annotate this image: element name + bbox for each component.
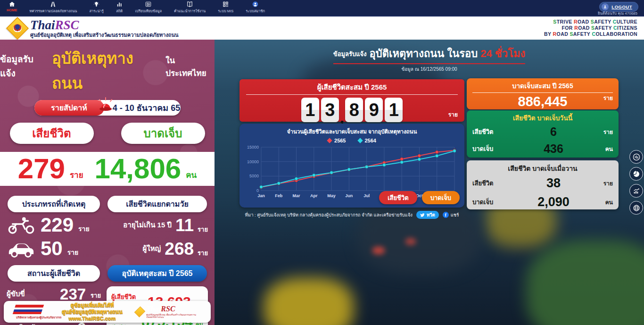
globe-icon [633,204,640,212]
counter-digit: 1 [385,98,403,122]
nav-item-statistics[interactable]: สถิติ [116,1,123,14]
twitter-share-button[interactable]: ทวีต [416,211,439,219]
deaths-tab-button[interactable]: เสียชีวิต [10,123,94,144]
nav-item-label: ระบบสมาชิก [246,8,265,14]
cumulative-line-chart-card: จำนวนผู้เสียชีวิตและบาดเจ็บสะสม จากอุบัต… [239,124,464,208]
age-under15-unit: ราย [198,225,208,234]
legend-label: 2564 [365,138,376,143]
yesterday-deaths-label: เสียชีวิต [472,178,513,188]
nav-item-label: ทศวรรษความปลอดภัยทางถนน [30,8,77,14]
yesterday-stats-title: เสียชีวิต บาดเจ็บเมื่อวาน [467,160,619,174]
age-adult-value: 268 [165,240,194,258]
chart-deaths-button[interactable]: เสียชีวิต [379,191,417,204]
road-icon [50,1,57,8]
counter-digit: 3 [321,98,339,122]
weekly-title: ข้อมูลรับแจ้ง อุบัติเหตุทางถนน ในประเทศไ… [0,40,215,96]
thairsc-diamond-icon [6,17,29,39]
top-navbar: HOME ทศวรรษความปลอดภัยทางถนน สาระน่ารู้ … [0,0,644,16]
main-title-prefix: ข้อมูลรับแจ้ง [333,50,367,58]
tail-light-blob [372,247,385,254]
table-row: บาดเจ็บ 436 คน [467,140,619,157]
pie-chart-widget-button[interactable] [629,167,643,181]
driver-label: ผู้ขับขี่ [7,288,60,300]
nav-item-user-guide[interactable]: คำแนะนำการใช้งาน [174,1,206,14]
vehicle-type-header: ประเภทรถที่เกิดเหตุ [8,196,100,212]
slogan-line-2: FOR ROAD SAFETY CITIZENS [544,25,637,31]
chart-legend: 25652564 [239,138,464,143]
car-deaths-value: 50 [41,239,63,258]
chart-injuries-button[interactable]: บาดเจ็บ [422,191,460,204]
nav-item-label: สถิติ [116,8,123,14]
trend-chart-widget-button[interactable] [629,184,643,198]
rvp-company-logo[interactable]: R บริษัทกลางคุ้มครองผู้ประสบภัยจากรถ [14,304,48,320]
vehicle-column: 229 ราย 50 ราย [7,213,101,260]
mini-brand-caption: ศูนย์ข้อมูลอุบัติเหตุ เพื่อเสริมสร้างวัฒ… [146,314,200,318]
car-deaths-unit: ราย [67,247,79,258]
weekly-totals-strip: 279 ราย 14,806 คน [0,152,215,186]
victim-status-header: สถานะผู้เสียชีวิต [8,265,100,282]
divider [472,92,613,93]
injuries-cumulative-value: 886,445 [467,94,619,109]
nav-item-label: เปรียบเทียบข้อมูล [135,8,162,14]
svg-text:Feb: Feb [275,193,283,198]
today-deaths-unit: ราย [594,127,613,136]
mini-brand-name: ThaiRSC [146,305,200,313]
nav-item-mis-system[interactable]: ระบบ MIS [218,1,233,14]
deaths-cumulative-unit: ราย [448,110,458,119]
compare-icon [145,1,152,8]
taxi-blob [264,278,354,325]
globe-widget-button[interactable] [629,201,643,215]
share-label: แชร์ [451,211,459,218]
welcome-user-text: ยินดีต้อนรับ คุณ 470685 [598,10,637,17]
main-title-text: อุบัติเหตุทางถนน ในรอบ [370,48,478,59]
thairsc-logo[interactable]: ThaiRSC ศูนย์ข้อมูลอุบัติเหตุ เพื่อเสริม… [7,19,178,38]
tail-light-blob [405,238,416,245]
table-row: บาดเจ็บ 2,090 คน [467,192,619,211]
thairsc-diamond-icon [134,306,145,317]
nav-item-decade-road-safety[interactable]: ทศวรรษความปลอดภัยทางถนน [30,1,77,14]
cumulative-2565-header: อุบัติเหตุสะสม ปี 2565 [107,265,207,282]
svg-text:May: May [327,193,336,198]
age-column: อายุไม่เกิน 15 ปี 11 ราย ผู้ใหญ่ 268 ราย [107,213,208,260]
brand-rsc: RSC [55,18,79,32]
nav-item-knowledge[interactable]: สาระน่ารู้ [89,1,103,14]
svg-text:10000: 10000 [247,159,259,164]
legend-item-2565[interactable]: 2565 [328,138,346,143]
deaths-flip-counter: 13,891 [239,98,464,122]
facebook-share-button[interactable]: f แชร์ [443,211,459,218]
pie-chart-icon [633,170,640,178]
nav-item-label: คำแนะนำการใช้งาน [174,8,206,14]
thairsc-footer-logo[interactable]: ThaiRSC ศูนย์ข้อมูลอุบัติเหตุ เพื่อเสริม… [136,305,200,318]
weekly-title-prefix: ข้อมูลรับแจ้ง [0,52,48,80]
legend-item-2564[interactable]: 2564 [358,138,376,143]
deaths-by-age-header: เสียชีวิตแยกตามวัย [107,196,207,212]
nav-item-home[interactable]: HOME [7,1,17,12]
bar-chart-widget-button[interactable] [629,150,643,164]
counter-digit: 9 [365,98,383,122]
weekly-injuries-unit: คน [186,168,197,181]
dark-vehicle-blob [358,198,481,273]
brand-name: ThaiRSC [30,19,178,32]
motorcycle-deaths-unit: ราย [78,224,90,234]
injuries-tab-button[interactable]: บาดเจ็บ [121,123,205,144]
period-selector[interactable]: รายสัปดาห์ 4 - 10 ธันวาคม 65 [34,100,181,116]
svg-text:Jun: Jun [345,193,353,198]
vehicle-age-grid: 229 ราย 50 ราย อายุไม่เกิน 15 ปี 11 ราย [0,212,215,260]
weekly-deaths-unit: ราย [70,168,83,181]
motorcycle-deaths-value: 229 [41,215,74,235]
weekly-title-suffix: ในประเทศไทย [165,54,215,79]
chart-source-text: ที่มา : ศูนย์รับแจ้งเหตุ บริษัท กลางคุ้ม… [245,211,413,218]
bar-chart-icon [116,1,123,8]
more-info-line1: ดูข้อมูลเพิ่มเติมได้ที่ [48,302,136,308]
age-adult-unit: ราย [198,248,208,258]
floating-side-buttons [629,150,643,215]
nav-item-compare-data[interactable]: เปรียบเทียบข้อมูล [135,1,162,14]
nav-item-member-system[interactable]: ระบบสมาชิก [246,1,265,14]
weekly-injuries-value: 14,806 [95,155,182,183]
today-injuries-value: 436 [513,142,594,156]
table-row: ผู้ขับขี่ 237 ราย [7,285,101,302]
member-icon [252,1,259,8]
period-date-range: 4 - 10 ธันวาคม 65 [104,100,181,116]
legend-marker-icon [357,138,363,143]
main-title-block: ข้อมูลรับแจ้งอุบัติเหตุทางถนน ในรอบ24 ชั… [215,45,644,73]
